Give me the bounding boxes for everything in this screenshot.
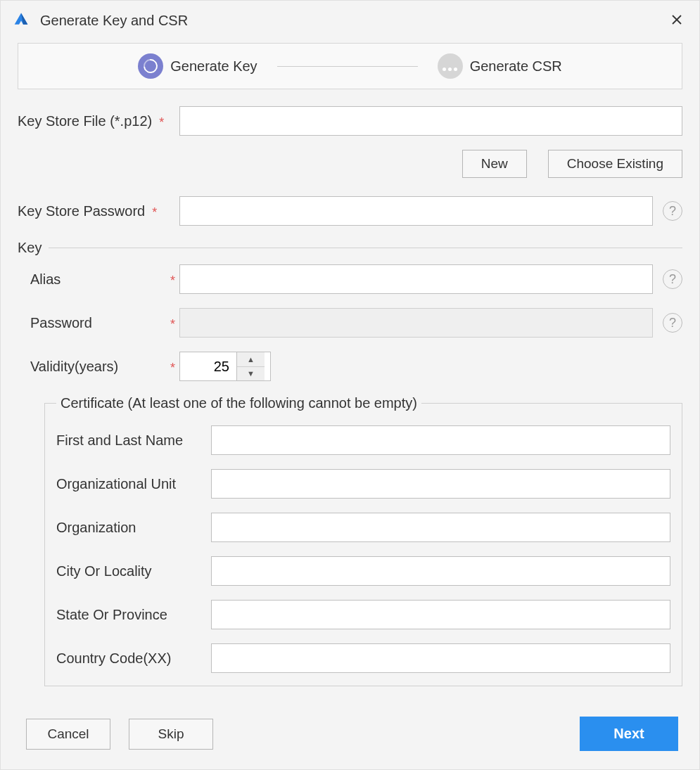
organization-label: Organization [56,520,211,536]
step-1-label: Generate Key [170,58,257,75]
city-input[interactable] [211,556,670,586]
key-password-input [179,308,653,338]
country-label: Country Code(XX) [56,650,211,667]
window-title: Generate Key and CSR [40,13,188,29]
row-validity: Validity(years) * ▲ ▼ [30,352,682,381]
next-button[interactable]: Next [580,717,678,751]
required-icon: * [170,361,175,376]
keystore-file-label: Key Store File (*.p12) [18,113,152,129]
key-password-label: Password [30,315,92,331]
required-icon: * [170,317,175,332]
choose-existing-button[interactable]: Choose Existing [548,150,682,178]
required-icon: * [152,205,157,220]
alias-label: Alias [30,271,61,288]
validity-spinner[interactable]: ▲ ▼ [179,352,271,381]
required-icon: * [159,115,164,130]
row-first-last-name: First and Last Name [56,425,670,455]
step-2-indicator-icon [438,53,463,79]
required-icon: * [170,274,175,288]
country-input[interactable] [211,643,670,673]
keystore-file-buttons: New Choose Existing [18,150,682,178]
first-last-name-label: First and Last Name [56,432,211,449]
key-fieldset-legend: Key [18,240,49,256]
dialog-footer: Cancel Skip Next [1,710,699,769]
keystore-password-label: Key Store Password [18,203,145,219]
keystore-file-input[interactable] [179,106,682,136]
cancel-button[interactable]: Cancel [26,719,110,750]
titlebar: Generate Key and CSR [1,1,699,36]
step-generate-csr: Generate CSR [438,53,562,79]
row-keystore-file: Key Store File (*.p12) * [18,106,682,136]
validity-step-down[interactable]: ▼ [237,367,265,381]
wizard-stepper: Generate Key Generate CSR [18,43,682,89]
close-icon [671,14,682,25]
validity-input[interactable] [180,352,236,380]
skip-button[interactable]: Skip [129,719,213,750]
state-input[interactable] [211,600,670,629]
dialog-window: Generate Key and CSR Generate Key Genera… [0,0,700,770]
key-fieldset: Key Alias * ? Password * [18,240,682,686]
form: Key Store File (*.p12) * New Choose Exis… [18,89,682,686]
step-1-indicator-icon [138,53,163,79]
city-label: City Or Locality [56,563,211,579]
row-state: State Or Province [56,600,670,629]
row-city: City Or Locality [56,556,670,586]
close-button[interactable] [664,8,689,32]
certificate-fieldset: Certificate (At least one of the followi… [44,395,682,686]
organization-input[interactable] [211,513,670,542]
row-country: Country Code(XX) [56,643,670,673]
keystore-password-input[interactable] [179,196,653,226]
validity-step-up[interactable]: ▲ [237,352,265,367]
row-key-password: Password * ? [30,308,682,338]
new-keystore-button[interactable]: New [462,150,527,178]
alias-help-icon[interactable]: ? [663,269,682,289]
step-generate-key: Generate Key [138,53,257,79]
first-last-name-input[interactable] [211,425,670,455]
stepper-connector [277,66,418,67]
org-unit-label: Organizational Unit [56,476,211,492]
org-unit-input[interactable] [211,469,670,499]
alias-input[interactable] [179,264,653,294]
state-label: State Or Province [56,607,211,623]
step-2-label: Generate CSR [470,58,562,75]
app-logo-icon [11,10,32,31]
row-keystore-password: Key Store Password * ? [18,196,682,226]
row-organization: Organization [56,513,670,542]
certificate-fieldset-legend: Certificate (At least one of the followi… [56,395,421,411]
content-area: Generate Key Generate CSR Key Store File… [1,36,699,710]
row-org-unit: Organizational Unit [56,469,670,499]
keystore-password-help-icon[interactable]: ? [663,201,682,221]
validity-label: Validity(years) [30,359,118,375]
key-password-help-icon[interactable]: ? [663,313,682,333]
row-alias: Alias * ? [30,264,682,294]
